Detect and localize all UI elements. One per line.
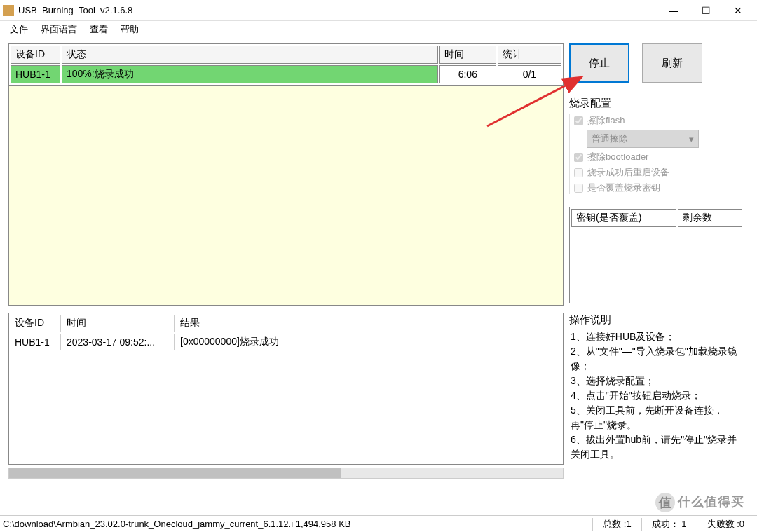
titlebar: USB_Burning_Tool_v2.1.6.8 — ☐ ✕ <box>0 0 757 21</box>
table-row[interactable]: HUB1-1 2023-03-17 09:52:... [0x00000000]… <box>11 334 561 350</box>
cell-time: 6:06 <box>439 65 496 83</box>
key-header-2: 剩余数 <box>678 209 742 227</box>
instruction-item: 1、连接好HUB及设备； <box>571 329 744 344</box>
minimize-button[interactable]: — <box>657 0 690 21</box>
chevron-down-icon: ▾ <box>689 134 694 144</box>
watermark: 值什么值得买 <box>655 493 744 512</box>
instructions-title: 操作说明 <box>569 313 744 327</box>
status-file-path: C:\download\Armbian_23.02.0-trunk_Oneclo… <box>3 519 592 529</box>
window-title: USB_Burning_Tool_v2.1.6.8 <box>18 5 657 15</box>
instruction-item: 5、关闭工具前，先断开设备连接，再"停止"烧录。 <box>571 403 744 432</box>
checkbox-erase-flash[interactable]: 擦除flash <box>574 114 744 127</box>
device-table: 设备ID 状态 时间 统计 HUB1-1 100%:烧录成功 6:06 0/1 <box>8 43 564 86</box>
menu-language[interactable]: 界面语言 <box>36 22 81 37</box>
menubar: 文件 界面语言 查看 帮助 <box>0 21 757 38</box>
overwrite-key-checkbox[interactable] <box>574 184 583 193</box>
table-row[interactable]: HUB1-1 100%:烧录成功 6:06 0/1 <box>11 65 561 83</box>
checkbox-reboot-after[interactable]: 烧录成功后重启设备 <box>574 166 744 179</box>
menu-view[interactable]: 查看 <box>86 22 112 37</box>
log-header-result: 结果 <box>176 315 561 332</box>
log-table: 设备ID 时间 结果 HUB1-1 2023-03-17 09:52:... [… <box>8 313 564 465</box>
cell-stat: 0/1 <box>498 65 561 83</box>
menu-help[interactable]: 帮助 <box>116 22 143 37</box>
key-header-1: 密钥(是否覆盖) <box>571 209 676 227</box>
log-cell-id: HUB1-1 <box>11 334 61 350</box>
header-time: 时间 <box>439 46 496 64</box>
header-status: 状态 <box>62 46 438 64</box>
maximize-button[interactable]: ☐ <box>690 0 722 21</box>
instruction-item: 6、拔出外置hub前，请先"停止"烧录并关闭工具。 <box>571 432 744 462</box>
burn-config: 烧录配置 擦除flash 普通擦除 ▾ 擦除bootloader 烧录成功后重启… <box>569 97 744 197</box>
reboot-after-checkbox[interactable] <box>574 168 583 177</box>
key-table: 密钥(是否覆盖) 剩余数 <box>569 207 744 229</box>
scrollbar-thumb[interactable] <box>9 468 341 478</box>
instructions: 操作说明 1、连接好HUB及设备； 2、从"文件"—"导入烧录包"加载烧录镜像；… <box>569 313 744 462</box>
erase-flash-checkbox[interactable] <box>574 116 583 125</box>
log-header-time: 时间 <box>62 315 175 332</box>
header-device-id: 设备ID <box>11 46 60 64</box>
key-table-body <box>569 229 744 303</box>
log-cell-time: 2023-03-17 09:52:... <box>62 334 175 350</box>
watermark-icon: 值 <box>655 493 675 512</box>
erase-bootloader-checkbox[interactable] <box>574 153 583 162</box>
log-cell-result: [0x00000000]烧录成功 <box>176 334 561 350</box>
log-header-id: 设备ID <box>11 315 61 332</box>
checkbox-erase-bootloader[interactable]: 擦除bootloader <box>574 151 744 163</box>
instruction-item: 2、从"文件"—"导入烧录包"加载烧录镜像； <box>571 344 744 374</box>
close-button[interactable]: ✕ <box>722 0 754 21</box>
erase-mode-select[interactable]: 普通擦除 ▾ <box>587 130 699 148</box>
status-fail: 失败数 :0 <box>697 518 754 531</box>
status-success: 成功： 1 <box>641 518 697 531</box>
refresh-button[interactable]: 刷新 <box>642 43 702 83</box>
config-title: 烧录配置 <box>569 97 744 110</box>
log-scrollbar[interactable] <box>8 468 564 479</box>
device-list-body <box>8 86 564 306</box>
instruction-item: 3、选择烧录配置； <box>571 374 744 388</box>
app-icon <box>3 5 14 16</box>
instruction-item: 4、点击"开始"按钮启动烧录； <box>571 388 744 403</box>
cell-status: 100%:烧录成功 <box>62 65 438 83</box>
menu-file[interactable]: 文件 <box>6 22 32 37</box>
header-stat: 统计 <box>498 46 561 64</box>
statusbar: C:\download\Armbian_23.02.0-trunk_Oneclo… <box>0 515 757 532</box>
status-total: 总数 :1 <box>592 518 641 531</box>
cell-device-id: HUB1-1 <box>11 65 60 83</box>
checkbox-overwrite-key[interactable]: 是否覆盖烧录密钥 <box>574 182 744 194</box>
stop-button[interactable]: 停止 <box>569 43 629 83</box>
